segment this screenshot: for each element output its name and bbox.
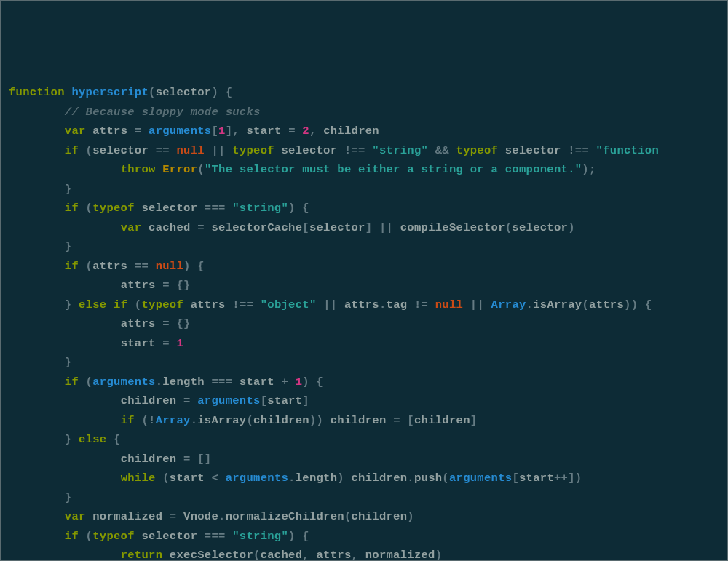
code-token: typeof [456,144,499,157]
code-token: Error [162,163,197,176]
code-token: . [407,472,414,485]
code-token: isArray [533,298,582,311]
code-token: children [317,124,379,138]
code-token [9,530,65,543]
code-token: ( [246,414,253,427]
code-token: Vnode [176,510,218,523]
code-token: "string" [232,530,288,543]
code-token: , [302,549,309,561]
code-token: . [218,510,226,523]
code-token: children [253,414,309,427]
code-token: . [156,375,163,389]
code-token: . [288,472,296,485]
code-token [170,337,177,350]
code-token: start [267,394,302,407]
code-token: if [114,298,127,311]
code-token: typeof [141,298,183,311]
code-token: selector [309,221,365,234]
code-token: normalized [86,510,170,523]
code-token: { [302,530,309,543]
code-token: attrs [92,260,135,273]
code-token: arguments [149,124,211,138]
code-token: || [470,298,484,311]
code-token: ) [568,221,575,234]
code-token: length [162,375,211,389]
code-token: ( [442,472,449,485]
code-token: "object" [261,298,317,311]
code-token: attrs [86,124,135,138]
code-token [9,394,121,407]
code-token: )) [309,414,323,427]
code-token [9,433,65,446]
code-token: ( [582,298,589,311]
code-token [226,530,233,543]
code-token: , [352,549,359,561]
code-token: ] [470,414,478,427]
code-token: execSelector [162,549,253,561]
code-token: === [211,375,232,389]
code-line: } else if (typeof attrs !== "object" || … [9,295,719,315]
code-token: selector [135,202,205,215]
code-token: if [121,414,135,427]
code-token: "function [596,144,659,157]
code-token: attrs [337,298,379,311]
code-token: = [288,124,296,138]
code-token: "string" [232,202,288,215]
code-token [149,260,156,273]
code-token [428,144,435,157]
code-line: var attrs = arguments[1], start = 2, chi… [9,122,719,141]
code-token: [ [512,472,519,485]
code-token [9,240,65,253]
code-token: ) [407,510,414,523]
code-token: != [414,298,428,311]
code-token: } [65,491,72,504]
code-token: ( [127,298,141,311]
code-token: return [121,549,163,561]
code-token [226,144,233,157]
code-token: === [205,530,226,543]
code-token: if [65,530,79,543]
code-token [9,337,121,350]
code-token: ( [505,221,513,234]
code-token: . [379,298,387,311]
code-token: start [170,472,212,485]
code-token [288,375,296,389]
code-token: ( [79,144,92,157]
code-token [296,202,303,215]
code-token: { [302,202,309,215]
code-token: 2 [302,124,309,138]
code-token: children [414,414,470,427]
code-token: ++ [554,472,568,485]
code-token: typeof [92,202,135,215]
code-token [156,163,163,176]
code-token: throw [121,163,156,176]
code-token: ); [582,163,596,176]
code-token: ) [337,472,344,485]
code-token: null [176,144,204,157]
code-token: hyperscript [71,86,149,99]
code-token: Array [156,414,191,427]
code-token: ( [253,549,261,561]
code-token: ( [79,202,92,215]
code-token [170,317,177,330]
code-line: if (attrs == null) { [9,257,719,276]
code-token: "string" [372,144,428,157]
code-token: else [79,433,106,446]
code-line: throw Error("The selector must be either… [9,160,719,180]
code-token [71,298,79,311]
code-token [9,124,65,138]
code-token: null [156,260,183,273]
code-token: isArray [197,414,246,427]
code-token: {} [176,279,190,292]
code-token [463,298,470,311]
code-line: children = [] [9,450,719,469]
code-token: [ [407,414,414,427]
code-token [589,144,596,157]
code-token: ( [79,260,92,273]
code-token: ( [79,530,92,543]
code-token: typeof [232,144,274,157]
code-token: compileSelector [393,221,505,234]
code-token: length [296,472,338,485]
code-token: , [309,124,317,138]
code-token: push [414,472,442,485]
